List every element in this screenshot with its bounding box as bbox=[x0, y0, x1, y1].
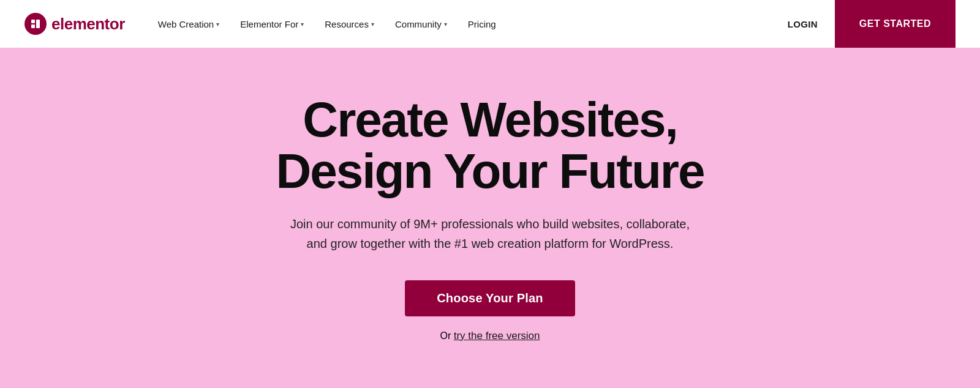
nav-label-pricing: Pricing bbox=[468, 19, 496, 29]
chevron-down-icon: ▾ bbox=[371, 21, 374, 28]
nav-label-resources: Resources bbox=[325, 19, 369, 29]
chevron-down-icon: ▾ bbox=[216, 21, 219, 28]
chevron-down-icon: ▾ bbox=[301, 21, 304, 28]
svg-rect-2 bbox=[36, 20, 40, 28]
nav-item-pricing[interactable]: Pricing bbox=[459, 14, 505, 34]
logo-icon bbox=[24, 13, 47, 35]
hero-title-line1: Create Websites, bbox=[303, 92, 677, 147]
free-version-prefix: Or bbox=[440, 330, 454, 341]
nav-label-web-creation: Web Creation bbox=[158, 19, 214, 29]
hero-title: Create Websites, Design Your Future bbox=[276, 94, 704, 197]
login-button[interactable]: LOGIN bbox=[771, 13, 835, 35]
hero-subtitle: Join our community of 9M+ professionals … bbox=[282, 214, 698, 253]
get-started-button[interactable]: GET STARTED bbox=[835, 0, 956, 48]
nav-item-elementor-for[interactable]: Elementor For ▾ bbox=[232, 14, 312, 34]
logo-text: elementor bbox=[51, 15, 125, 34]
nav-item-community[interactable]: Community ▾ bbox=[386, 14, 456, 34]
nav-links: Web Creation ▾ Elementor For ▾ Resources… bbox=[149, 14, 771, 34]
hero-title-line2: Design Your Future bbox=[276, 144, 704, 198]
free-version-line: Or try the free version bbox=[440, 330, 540, 342]
svg-rect-1 bbox=[31, 24, 35, 28]
free-version-link[interactable]: try the free version bbox=[454, 330, 540, 341]
nav-right: LOGIN GET STARTED bbox=[771, 0, 956, 48]
svg-rect-0 bbox=[31, 20, 35, 23]
navbar: elementor Web Creation ▾ Elementor For ▾… bbox=[0, 0, 980, 48]
logo-link[interactable]: elementor bbox=[24, 13, 125, 35]
nav-item-resources[interactable]: Resources ▾ bbox=[316, 14, 383, 34]
hero-section: Create Websites, Design Your Future Join… bbox=[0, 48, 980, 388]
choose-plan-button[interactable]: Choose Your Plan bbox=[405, 280, 575, 316]
chevron-down-icon: ▾ bbox=[444, 21, 447, 28]
nav-item-web-creation[interactable]: Web Creation ▾ bbox=[149, 14, 228, 34]
nav-label-community: Community bbox=[395, 19, 442, 29]
nav-label-elementor-for: Elementor For bbox=[240, 19, 298, 29]
